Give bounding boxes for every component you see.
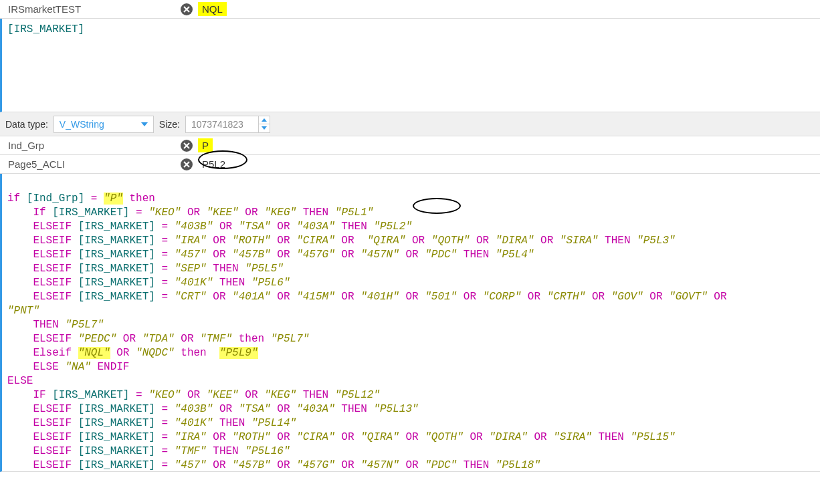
field-row-page5acli: Page5_ACLI P5L2 — [0, 155, 820, 174]
field-name: Page5_ACLI — [4, 158, 181, 170]
size-value: 1073741823 — [191, 119, 258, 130]
datatype-selected: V_WString — [60, 119, 104, 130]
spinner-up[interactable] — [259, 116, 270, 124]
size-label: Size: — [159, 119, 180, 130]
datatype-config-row: Data type: V_WString Size: 1073741823 — [0, 112, 820, 136]
size-spinner — [258, 116, 270, 132]
clear-icon[interactable] — [181, 158, 193, 170]
datatype-select[interactable]: V_WString — [54, 116, 154, 133]
field-value-badge: NQL — [198, 2, 227, 16]
formula-editor[interactable]: if [Ind_Grp] = "P" then If [IRS_MARKET] … — [0, 174, 820, 472]
field-name: IRSmarketTEST — [4, 3, 181, 15]
field-value: P5L2 — [198, 157, 229, 171]
field-value-badge: P — [198, 138, 213, 152]
datatype-label: Data type: — [5, 119, 48, 130]
field-name: Ind_Grp — [4, 140, 181, 151]
size-input[interactable]: 1073741823 — [185, 116, 270, 133]
expression-preview-panel[interactable]: [IRS_MARKET] — [0, 19, 820, 112]
annotation-circle — [413, 198, 461, 214]
field-row-indgrp: Ind_Grp P — [0, 136, 820, 155]
clear-icon[interactable] — [181, 3, 193, 15]
clear-icon[interactable] — [181, 140, 193, 152]
code-text: [IRS_MARKET] — [7, 23, 84, 35]
chevron-down-icon — [141, 122, 148, 126]
field-row-irsmarkettest: IRSmarketTEST NQL — [0, 0, 820, 19]
spinner-down[interactable] — [259, 124, 270, 132]
